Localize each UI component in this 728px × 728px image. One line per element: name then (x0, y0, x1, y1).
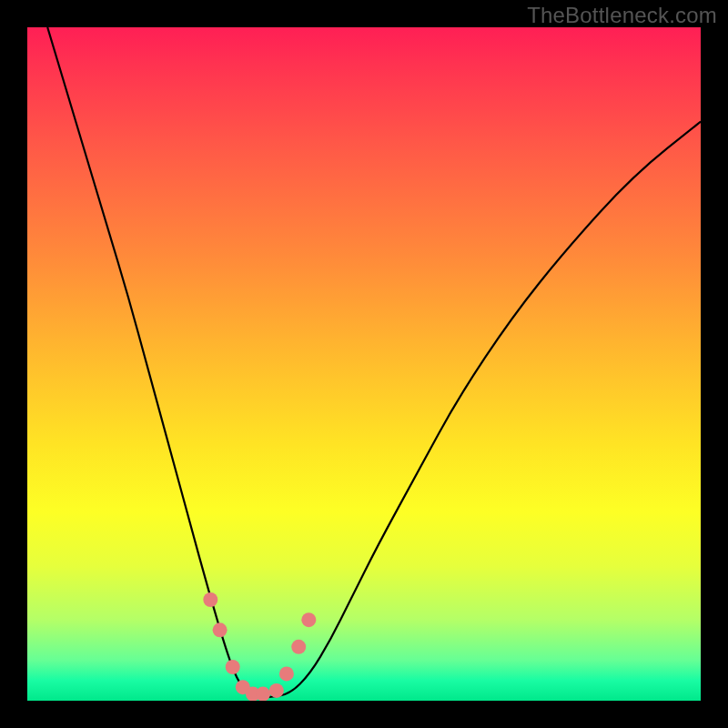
data-point (279, 666, 294, 681)
plot-area (27, 27, 701, 701)
bottleneck-curve-path (47, 27, 701, 697)
chart-frame: TheBottleneck.com (0, 0, 728, 728)
data-point (226, 660, 240, 674)
data-point (256, 687, 270, 701)
data-point (269, 683, 284, 698)
data-point (301, 612, 316, 627)
watermark-text: TheBottleneck.com (527, 3, 717, 28)
data-point (203, 592, 217, 607)
data-point (213, 622, 228, 637)
data-point (291, 640, 306, 654)
plot-svg (27, 27, 701, 701)
